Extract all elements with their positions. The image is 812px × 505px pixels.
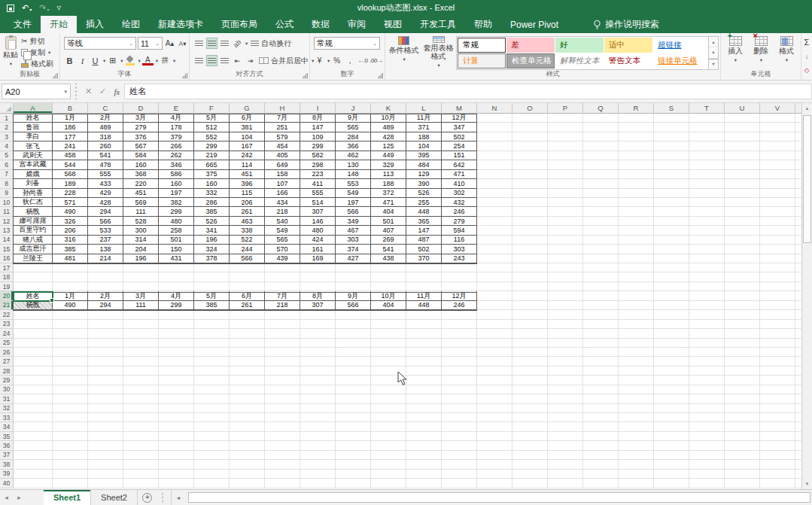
cell-H14[interactable]: 565	[265, 236, 300, 245]
cell-F25[interactable]	[194, 339, 230, 348]
cell-O34[interactable]	[512, 422, 548, 431]
cell-U31[interactable]	[725, 394, 760, 403]
cell-U26[interactable]	[725, 348, 760, 357]
cell-R27[interactable]	[619, 357, 654, 366]
cell-A39[interactable]	[14, 470, 53, 479]
cell-C4[interactable]: 260	[88, 141, 123, 151]
cell-V4[interactable]	[760, 141, 795, 151]
col-header-B[interactable]: B	[53, 103, 88, 114]
cell-F14[interactable]: 196	[194, 236, 230, 245]
cell-E31[interactable]	[159, 394, 194, 403]
cell-V29[interactable]	[760, 376, 795, 385]
cell-L35[interactable]	[406, 432, 442, 441]
cell-R35[interactable]	[619, 432, 654, 441]
cell-Q16[interactable]	[583, 254, 619, 263]
cell-F13[interactable]: 341	[194, 226, 230, 235]
cell-N17[interactable]	[477, 263, 512, 272]
cell-M4[interactable]: 254	[442, 141, 477, 151]
cell-S25[interactable]	[654, 339, 689, 348]
cell-P11[interactable]	[548, 207, 583, 216]
cell-J21[interactable]: 566	[336, 301, 371, 310]
row-header-5[interactable]: 5	[0, 151, 14, 160]
cell-C26[interactable]	[88, 348, 123, 357]
cell-W10[interactable]	[795, 198, 801, 207]
cell-F1[interactable]: 5月	[194, 114, 230, 123]
cell-F7[interactable]: 375	[194, 170, 230, 179]
cell-R37[interactable]	[619, 451, 654, 460]
cell-E40[interactable]	[159, 479, 194, 488]
cell-S24[interactable]	[654, 329, 689, 338]
cell-Q24[interactable]	[583, 329, 619, 338]
cell-B19[interactable]	[53, 282, 88, 291]
cell-E28[interactable]	[159, 367, 194, 376]
cell-P32[interactable]	[548, 404, 583, 413]
cell-T36[interactable]	[689, 441, 725, 450]
cell-J19[interactable]	[336, 282, 371, 291]
cell-T22[interactable]	[689, 310, 725, 319]
cell-J4[interactable]: 366	[336, 141, 371, 151]
cell-S6[interactable]	[654, 160, 689, 169]
cell-A29[interactable]	[14, 376, 53, 385]
cell-D28[interactable]	[123, 367, 159, 376]
cell-W38[interactable]	[795, 460, 801, 469]
row-header-2[interactable]: 2	[0, 123, 14, 132]
cell-L14[interactable]: 487	[406, 236, 442, 245]
cell-M11[interactable]: 246	[442, 207, 477, 216]
cell-J13[interactable]: 467	[336, 226, 371, 235]
cell-S10[interactable]	[654, 198, 689, 207]
cell-O31[interactable]	[512, 394, 548, 403]
cell-I16[interactable]: 169	[300, 254, 336, 263]
row-header-6[interactable]: 6	[0, 160, 14, 169]
row-header-29[interactable]: 29	[0, 376, 14, 385]
cell-N34[interactable]	[477, 422, 512, 431]
cell-P30[interactable]	[548, 385, 583, 394]
cell-W14[interactable]	[795, 236, 801, 245]
cell-F31[interactable]	[194, 394, 230, 403]
cell-G7[interactable]: 451	[230, 170, 265, 179]
cell-W13[interactable]	[795, 226, 801, 235]
cell-K1[interactable]: 10月	[371, 114, 406, 123]
name-box[interactable]: A20▾	[2, 84, 71, 99]
cell-R38[interactable]	[619, 460, 654, 469]
cell-K24[interactable]	[371, 329, 406, 338]
cell-U7[interactable]	[725, 170, 760, 179]
cell-G40[interactable]	[230, 479, 265, 488]
cell-L40[interactable]	[406, 479, 442, 488]
cell-U1[interactable]	[725, 114, 760, 123]
cell-E32[interactable]	[159, 404, 194, 413]
cell-L32[interactable]	[406, 404, 442, 413]
cell-E37[interactable]	[159, 451, 194, 460]
enter-button[interactable]: ✓	[96, 84, 110, 99]
cell-T31[interactable]	[689, 394, 725, 403]
cell-E18[interactable]	[159, 272, 194, 281]
increase-indent-button[interactable]: ⇥	[245, 55, 256, 66]
cell-V27[interactable]	[760, 357, 795, 366]
cell-R39[interactable]	[619, 470, 654, 479]
cell-M17[interactable]	[442, 263, 477, 272]
cell-M39[interactable]	[442, 470, 477, 479]
cell-O35[interactable]	[512, 432, 548, 441]
cell-B23[interactable]	[53, 320, 88, 329]
cell-E24[interactable]	[159, 329, 194, 338]
cell-U28[interactable]	[725, 367, 760, 376]
align-bottom-button[interactable]	[219, 38, 230, 49]
align-right-button[interactable]	[219, 55, 230, 66]
cell-F15[interactable]: 324	[194, 245, 230, 254]
cell-E7[interactable]: 586	[159, 170, 194, 179]
cell-T2[interactable]	[689, 123, 725, 132]
cell-J8[interactable]: 553	[336, 179, 371, 188]
cell-H33[interactable]	[265, 413, 300, 422]
cell-B1[interactable]: 1月	[53, 114, 88, 123]
cell-H18[interactable]	[265, 272, 300, 281]
cell-V40[interactable]	[760, 479, 795, 488]
cell-L33[interactable]	[406, 413, 442, 422]
cell-U15[interactable]	[725, 245, 760, 254]
cell-T26[interactable]	[689, 348, 725, 357]
cell-T20[interactable]	[689, 291, 725, 300]
cell-A28[interactable]	[14, 367, 53, 376]
prev-sheet-button[interactable]: ◂	[0, 490, 13, 505]
cell-K35[interactable]	[371, 432, 406, 441]
cell-C1[interactable]: 2月	[88, 114, 123, 123]
cell-W26[interactable]	[795, 348, 801, 357]
cell-O24[interactable]	[512, 329, 548, 338]
